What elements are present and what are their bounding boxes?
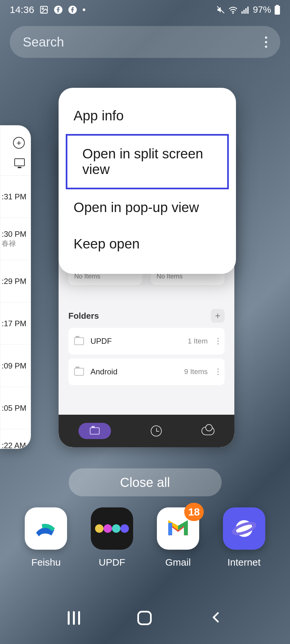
svg-rect-10 (247, 7, 249, 14)
nav-cloud-tab[interactable] (201, 427, 214, 435)
notification-badge: 18 (184, 503, 204, 521)
dock-app-feishu[interactable]: Feishu (25, 507, 67, 568)
svg-rect-13 (168, 523, 172, 535)
folder-count: 1 Item (188, 337, 208, 345)
nav-recent-tab[interactable] (151, 425, 162, 436)
mute-icon (216, 6, 225, 14)
dock: Feishu UPDF 18 Gmail Internet (0, 507, 290, 568)
dot-icon (82, 8, 86, 11)
svg-rect-11 (275, 6, 280, 15)
folder-name: Android (90, 367, 178, 376)
bottom-nav (59, 415, 234, 447)
status-right: 97% (216, 5, 280, 15)
dock-label: Gmail (165, 557, 191, 568)
more-options-icon[interactable] (265, 36, 267, 48)
nav-back-button[interactable] (209, 611, 222, 625)
plus-circle-icon[interactable]: + (13, 137, 25, 149)
row-more-icon[interactable] (217, 369, 219, 375)
nav-recents-button[interactable] (68, 611, 80, 625)
folder-row[interactable]: UPDF 1 Item (68, 328, 225, 355)
list-item: :09 PM (0, 344, 31, 387)
app-context-menu: App info Open in split screen view Open … (59, 88, 236, 274)
battery-percent: 97% (253, 5, 271, 15)
row-more-icon[interactable] (217, 338, 219, 344)
search-placeholder: Search (23, 35, 64, 49)
svg-rect-9 (245, 8, 247, 14)
folders-heading: Folders (68, 311, 99, 321)
folder-row[interactable]: Android 9 Items (68, 358, 225, 385)
system-nav (0, 605, 290, 631)
dock-app-updf[interactable]: UPDF (91, 507, 133, 568)
status-bar: 14:36 97% (0, 0, 290, 20)
status-left: 14:36 (10, 4, 86, 15)
dock-label: Feishu (31, 557, 61, 568)
facebook-icon (68, 5, 77, 14)
close-all-button[interactable]: Close all (69, 468, 222, 496)
dock-app-gmail[interactable]: 18 Gmail (157, 507, 199, 568)
internet-icon (223, 507, 265, 550)
svg-rect-12 (276, 5, 279, 6)
svg-rect-14 (184, 523, 188, 535)
list-item: :17 PM (0, 302, 31, 344)
svg-point-1 (42, 8, 44, 9)
nav-home-button[interactable] (137, 611, 152, 625)
list-item: :30 PM春禄 (0, 218, 31, 260)
feishu-icon (25, 507, 67, 550)
search-bar[interactable]: Search (10, 26, 280, 58)
menu-popup-view[interactable]: Open in pop-up view (59, 189, 236, 226)
list-item: :31 PM (0, 175, 31, 218)
signal-icon (241, 6, 250, 14)
nav-files-tab[interactable] (78, 423, 111, 439)
image-icon (39, 5, 48, 14)
menu-app-info[interactable]: App info (59, 98, 236, 134)
screen-icon[interactable] (14, 158, 25, 166)
svg-point-6 (233, 13, 233, 14)
folder-count: 9 Items (184, 368, 208, 376)
dock-app-internet[interactable]: Internet (223, 507, 265, 568)
dock-label: UPDF (99, 557, 125, 568)
svg-point-4 (83, 8, 85, 11)
menu-split-screen[interactable]: Open in split screen view (66, 134, 229, 189)
svg-rect-8 (243, 10, 245, 14)
battery-icon (274, 5, 280, 15)
folder-icon (74, 368, 84, 376)
folder-name: UPDF (90, 337, 181, 346)
list-item: :29 PM (0, 260, 31, 302)
updf-icon (91, 507, 133, 550)
wifi-icon (228, 6, 238, 14)
dock-label: Internet (228, 557, 261, 568)
svg-rect-7 (242, 11, 243, 14)
list-item: :05 PM (0, 387, 31, 429)
add-folder-button[interactable]: + (211, 309, 225, 323)
gmail-icon: 18 (157, 507, 199, 550)
facebook-icon (54, 5, 63, 14)
folder-icon (74, 337, 84, 345)
status-time: 14:36 (10, 4, 34, 15)
list-item: :22 AM雪仪... (0, 429, 31, 449)
menu-keep-open[interactable]: Keep open (59, 226, 236, 262)
recent-app-card-left[interactable]: + :31 PM :30 PM春禄 :29 PM :17 PM :09 PM :… (0, 125, 31, 449)
folder-icon (90, 427, 100, 435)
